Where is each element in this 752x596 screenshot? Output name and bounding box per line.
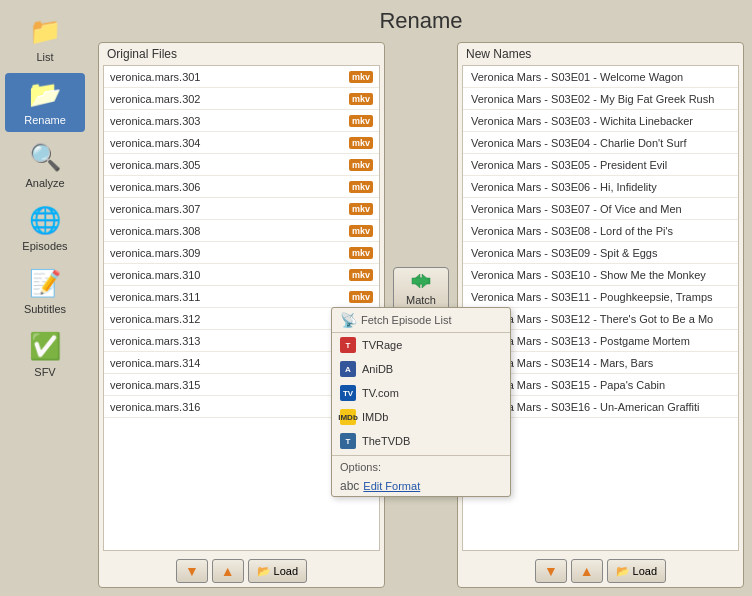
original-file-item[interactable]: veronica.mars.305mkv bbox=[104, 154, 379, 176]
sidebar-item-sfv[interactable]: ✅ SFV bbox=[5, 325, 85, 384]
sfv-icon: ✅ bbox=[29, 331, 61, 362]
new-name-item[interactable]: Veronica Mars - S03E07 - Of Vice and Men bbox=[463, 198, 738, 220]
new-names-load-button[interactable]: 📂 Load bbox=[607, 559, 666, 583]
load-icon: 📂 bbox=[257, 565, 271, 578]
new-name-text: Veronica Mars - S03E05 - President Evil bbox=[471, 159, 667, 171]
file-name: veronica.mars.314 bbox=[110, 357, 201, 369]
mkv-badge: mkv bbox=[349, 203, 373, 215]
tvcom-item[interactable]: TV TV.com bbox=[332, 381, 510, 405]
original-file-item[interactable]: veronica.mars.302mkv bbox=[104, 88, 379, 110]
edit-format-item[interactable]: abc Edit Format bbox=[332, 476, 510, 496]
new-names-down-icon: ▼ bbox=[544, 563, 558, 579]
sidebar-item-analyze[interactable]: 🔍 Analyze bbox=[5, 136, 85, 195]
new-name-item[interactable]: Veronica Mars - S03E06 - Hi, Infidelity bbox=[463, 176, 738, 198]
original-file-item[interactable]: veronica.mars.309mkv bbox=[104, 242, 379, 264]
up-arrow-icon: ▲ bbox=[221, 563, 235, 579]
new-name-text: Veronica Mars - S03E02 - My Big Fat Gree… bbox=[471, 93, 714, 105]
file-name: veronica.mars.315 bbox=[110, 379, 201, 391]
new-name-item[interactable]: Veronica Mars - S03E05 - President Evil bbox=[463, 154, 738, 176]
mkv-badge: mkv bbox=[349, 115, 373, 127]
new-name-text: Veronica Mars - S03E11 - Poughkeepsie, T… bbox=[471, 291, 713, 303]
mkv-badge: mkv bbox=[349, 247, 373, 259]
tvrage-item[interactable]: T TVRage bbox=[332, 333, 510, 357]
center-controls: Match 📡 Fetch Episode List T TVRage A An… bbox=[385, 42, 457, 588]
file-name: veronica.mars.312 bbox=[110, 313, 201, 325]
new-names-down-button[interactable]: ▼ bbox=[535, 559, 567, 583]
original-file-item[interactable]: veronica.mars.306mkv bbox=[104, 176, 379, 198]
original-load-button[interactable]: 📂 Load bbox=[248, 559, 307, 583]
edit-format-icon: abc bbox=[340, 479, 359, 493]
new-name-text: Veronica Mars - S03E08 - Lord of the Pi'… bbox=[471, 225, 673, 237]
file-name: veronica.mars.308 bbox=[110, 225, 201, 237]
mkv-badge: mkv bbox=[349, 181, 373, 193]
sidebar-item-list[interactable]: 📁 List bbox=[5, 10, 85, 69]
anidb-item[interactable]: A AniDB bbox=[332, 357, 510, 381]
anidb-icon: A bbox=[340, 361, 356, 377]
new-name-item[interactable]: Veronica Mars - S03E01 - Welcome Wagon bbox=[463, 66, 738, 88]
imdb-item[interactable]: IMDb IMDb bbox=[332, 405, 510, 429]
original-file-item[interactable]: veronica.mars.308mkv bbox=[104, 220, 379, 242]
new-name-item[interactable]: Veronica Mars - S03E10 - Show Me the Mon… bbox=[463, 264, 738, 286]
tvrage-label: TVRage bbox=[362, 339, 402, 351]
original-file-item[interactable]: veronica.mars.303mkv bbox=[104, 110, 379, 132]
main-content: Rename Original Files veronica.mars.301m… bbox=[90, 0, 752, 596]
down-arrow-icon: ▼ bbox=[185, 563, 199, 579]
imdb-icon: IMDb bbox=[340, 409, 356, 425]
thetvdb-icon: T bbox=[340, 433, 356, 449]
original-file-item[interactable]: veronica.mars.301mkv bbox=[104, 66, 379, 88]
original-file-item[interactable]: veronica.mars.310mkv bbox=[104, 264, 379, 286]
new-name-text: Veronica Mars - S03E09 - Spit & Eggs bbox=[471, 247, 657, 259]
new-name-text: Veronica Mars - S03E04 - Charlie Don't S… bbox=[471, 137, 686, 149]
sidebar-item-sfv-label: SFV bbox=[34, 366, 55, 378]
new-name-item[interactable]: Veronica Mars - S03E09 - Spit & Eggs bbox=[463, 242, 738, 264]
original-file-item[interactable]: veronica.mars.311mkv bbox=[104, 286, 379, 308]
new-name-item[interactable]: Veronica Mars - S03E11 - Poughkeepsie, T… bbox=[463, 286, 738, 308]
original-down-button[interactable]: ▼ bbox=[176, 559, 208, 583]
sidebar-item-subtitles-label: Subtitles bbox=[24, 303, 66, 315]
sidebar: 📁 List 📂 Rename 🔍 Analyze 🌐 Episodes 📝 S… bbox=[0, 0, 90, 596]
file-name: veronica.mars.303 bbox=[110, 115, 201, 127]
sidebar-item-subtitles[interactable]: 📝 Subtitles bbox=[5, 262, 85, 321]
original-files-header: Original Files bbox=[99, 43, 384, 65]
file-name: veronica.mars.310 bbox=[110, 269, 201, 281]
sidebar-item-episodes-label: Episodes bbox=[22, 240, 67, 252]
match-label: Match bbox=[406, 294, 436, 306]
mkv-badge: mkv bbox=[349, 269, 373, 281]
new-names-load-icon: 📂 bbox=[616, 565, 630, 578]
new-name-item[interactable]: Veronica Mars - S03E03 - Wichita Linebac… bbox=[463, 110, 738, 132]
sidebar-item-rename[interactable]: 📂 Rename bbox=[5, 73, 85, 132]
match-button[interactable]: Match bbox=[393, 267, 449, 311]
fetch-icon: 📡 bbox=[340, 312, 357, 328]
episodes-icon: 🌐 bbox=[29, 205, 61, 236]
new-name-item[interactable]: Veronica Mars - S03E02 - My Big Fat Gree… bbox=[463, 88, 738, 110]
dropdown-header: 📡 Fetch Episode List bbox=[332, 308, 510, 333]
new-name-text: Veronica Mars - S03E03 - Wichita Linebac… bbox=[471, 115, 693, 127]
panels-container: Original Files veronica.mars.301mkvveron… bbox=[98, 42, 744, 588]
page-title: Rename bbox=[98, 8, 744, 34]
file-name: veronica.mars.306 bbox=[110, 181, 201, 193]
sidebar-item-episodes[interactable]: 🌐 Episodes bbox=[5, 199, 85, 258]
new-names-up-button[interactable]: ▲ bbox=[571, 559, 603, 583]
edit-format-label: Edit Format bbox=[363, 480, 420, 492]
svg-marker-1 bbox=[412, 274, 430, 288]
file-name: veronica.mars.313 bbox=[110, 335, 201, 347]
imdb-label: IMDb bbox=[362, 411, 388, 423]
file-name: veronica.mars.311 bbox=[110, 291, 201, 303]
sidebar-item-list-label: List bbox=[36, 51, 53, 63]
sidebar-item-rename-label: Rename bbox=[24, 114, 66, 126]
new-name-item[interactable]: Veronica Mars - S03E08 - Lord of the Pi'… bbox=[463, 220, 738, 242]
original-file-item[interactable]: veronica.mars.304mkv bbox=[104, 132, 379, 154]
rename-icon: 📂 bbox=[29, 79, 61, 110]
dropdown-header-label: Fetch Episode List bbox=[361, 314, 452, 326]
file-name: veronica.mars.301 bbox=[110, 71, 201, 83]
sidebar-item-analyze-label: Analyze bbox=[25, 177, 64, 189]
thetvdb-item[interactable]: T TheTVDB bbox=[332, 429, 510, 453]
original-up-button[interactable]: ▲ bbox=[212, 559, 244, 583]
tvcom-label: TV.com bbox=[362, 387, 399, 399]
original-file-item[interactable]: veronica.mars.307mkv bbox=[104, 198, 379, 220]
subtitles-icon: 📝 bbox=[29, 268, 61, 299]
match-control: Match 📡 Fetch Episode List T TVRage A An… bbox=[393, 267, 449, 311]
new-name-item[interactable]: Veronica Mars - S03E04 - Charlie Don't S… bbox=[463, 132, 738, 154]
mkv-badge: mkv bbox=[349, 93, 373, 105]
options-label: Options: bbox=[332, 458, 510, 476]
